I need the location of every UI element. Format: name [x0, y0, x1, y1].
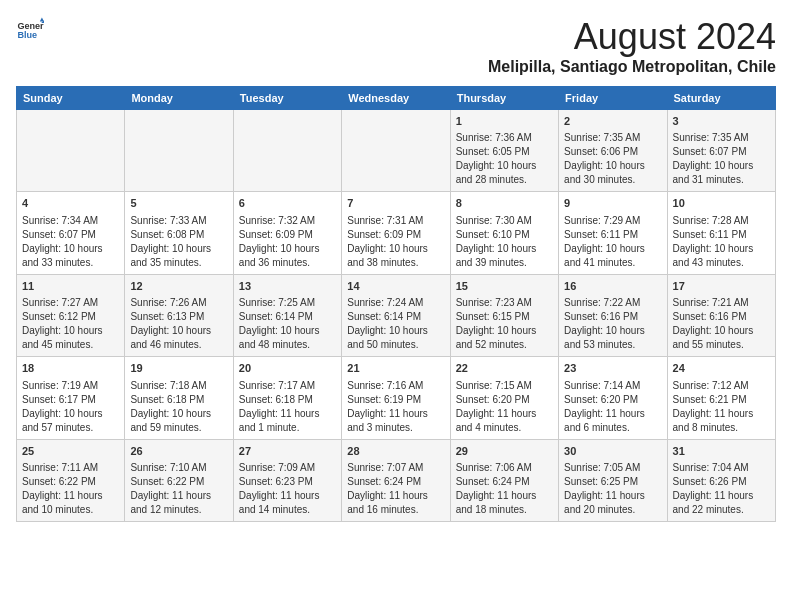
- calendar-week-row: 11Sunrise: 7:27 AM Sunset: 6:12 PM Dayli…: [17, 274, 776, 356]
- calendar-week-row: 18Sunrise: 7:19 AM Sunset: 6:17 PM Dayli…: [17, 357, 776, 439]
- calendar-body: 1Sunrise: 7:36 AM Sunset: 6:05 PM Daylig…: [17, 110, 776, 522]
- calendar-cell: 15Sunrise: 7:23 AM Sunset: 6:15 PM Dayli…: [450, 274, 558, 356]
- day-number: 4: [22, 196, 119, 211]
- day-number: 29: [456, 444, 553, 459]
- day-info: Sunrise: 7:36 AM Sunset: 6:05 PM Dayligh…: [456, 131, 553, 187]
- day-number: 11: [22, 279, 119, 294]
- day-info: Sunrise: 7:23 AM Sunset: 6:15 PM Dayligh…: [456, 296, 553, 352]
- calendar-cell: [342, 110, 450, 192]
- calendar-cell: 10Sunrise: 7:28 AM Sunset: 6:11 PM Dayli…: [667, 192, 775, 274]
- day-info: Sunrise: 7:21 AM Sunset: 6:16 PM Dayligh…: [673, 296, 770, 352]
- day-info: Sunrise: 7:14 AM Sunset: 6:20 PM Dayligh…: [564, 379, 661, 435]
- day-info: Sunrise: 7:28 AM Sunset: 6:11 PM Dayligh…: [673, 214, 770, 270]
- calendar-cell: [125, 110, 233, 192]
- day-number: 18: [22, 361, 119, 376]
- calendar-cell: 26Sunrise: 7:10 AM Sunset: 6:22 PM Dayli…: [125, 439, 233, 521]
- calendar-cell: 11Sunrise: 7:27 AM Sunset: 6:12 PM Dayli…: [17, 274, 125, 356]
- day-number: 24: [673, 361, 770, 376]
- day-number: 22: [456, 361, 553, 376]
- day-info: Sunrise: 7:33 AM Sunset: 6:08 PM Dayligh…: [130, 214, 227, 270]
- day-info: Sunrise: 7:19 AM Sunset: 6:17 PM Dayligh…: [22, 379, 119, 435]
- calendar-cell: 24Sunrise: 7:12 AM Sunset: 6:21 PM Dayli…: [667, 357, 775, 439]
- calendar-cell: 7Sunrise: 7:31 AM Sunset: 6:09 PM Daylig…: [342, 192, 450, 274]
- day-number: 2: [564, 114, 661, 129]
- day-info: Sunrise: 7:18 AM Sunset: 6:18 PM Dayligh…: [130, 379, 227, 435]
- day-info: Sunrise: 7:27 AM Sunset: 6:12 PM Dayligh…: [22, 296, 119, 352]
- day-number: 25: [22, 444, 119, 459]
- calendar-cell: 21Sunrise: 7:16 AM Sunset: 6:19 PM Dayli…: [342, 357, 450, 439]
- day-number: 19: [130, 361, 227, 376]
- calendar-table: SundayMondayTuesdayWednesdayThursdayFrid…: [16, 86, 776, 522]
- day-info: Sunrise: 7:10 AM Sunset: 6:22 PM Dayligh…: [130, 461, 227, 517]
- day-number: 30: [564, 444, 661, 459]
- day-number: 7: [347, 196, 444, 211]
- calendar-cell: 6Sunrise: 7:32 AM Sunset: 6:09 PM Daylig…: [233, 192, 341, 274]
- day-number: 15: [456, 279, 553, 294]
- day-info: Sunrise: 7:29 AM Sunset: 6:11 PM Dayligh…: [564, 214, 661, 270]
- day-info: Sunrise: 7:32 AM Sunset: 6:09 PM Dayligh…: [239, 214, 336, 270]
- calendar-cell: 22Sunrise: 7:15 AM Sunset: 6:20 PM Dayli…: [450, 357, 558, 439]
- day-info: Sunrise: 7:31 AM Sunset: 6:09 PM Dayligh…: [347, 214, 444, 270]
- calendar-week-row: 4Sunrise: 7:34 AM Sunset: 6:07 PM Daylig…: [17, 192, 776, 274]
- day-info: Sunrise: 7:16 AM Sunset: 6:19 PM Dayligh…: [347, 379, 444, 435]
- svg-text:General: General: [17, 21, 44, 31]
- calendar-cell: 9Sunrise: 7:29 AM Sunset: 6:11 PM Daylig…: [559, 192, 667, 274]
- subtitle: Melipilla, Santiago Metropolitan, Chile: [488, 58, 776, 76]
- day-number: 1: [456, 114, 553, 129]
- day-info: Sunrise: 7:24 AM Sunset: 6:14 PM Dayligh…: [347, 296, 444, 352]
- day-of-week-header: Tuesday: [233, 87, 341, 110]
- day-info: Sunrise: 7:25 AM Sunset: 6:14 PM Dayligh…: [239, 296, 336, 352]
- day-info: Sunrise: 7:06 AM Sunset: 6:24 PM Dayligh…: [456, 461, 553, 517]
- day-info: Sunrise: 7:26 AM Sunset: 6:13 PM Dayligh…: [130, 296, 227, 352]
- day-number: 9: [564, 196, 661, 211]
- day-info: Sunrise: 7:17 AM Sunset: 6:18 PM Dayligh…: [239, 379, 336, 435]
- day-of-week-header: Friday: [559, 87, 667, 110]
- day-number: 10: [673, 196, 770, 211]
- day-info: Sunrise: 7:35 AM Sunset: 6:07 PM Dayligh…: [673, 131, 770, 187]
- day-of-week-header: Saturday: [667, 87, 775, 110]
- calendar-cell: 29Sunrise: 7:06 AM Sunset: 6:24 PM Dayli…: [450, 439, 558, 521]
- day-number: 27: [239, 444, 336, 459]
- day-number: 13: [239, 279, 336, 294]
- day-info: Sunrise: 7:35 AM Sunset: 6:06 PM Dayligh…: [564, 131, 661, 187]
- day-number: 23: [564, 361, 661, 376]
- calendar-cell: 2Sunrise: 7:35 AM Sunset: 6:06 PM Daylig…: [559, 110, 667, 192]
- day-number: 20: [239, 361, 336, 376]
- title-section: August 2024 Melipilla, Santiago Metropol…: [488, 16, 776, 76]
- day-of-week-header: Sunday: [17, 87, 125, 110]
- page-header: General Blue August 2024 Melipilla, Sant…: [16, 16, 776, 76]
- day-number: 16: [564, 279, 661, 294]
- calendar-cell: 25Sunrise: 7:11 AM Sunset: 6:22 PM Dayli…: [17, 439, 125, 521]
- day-number: 8: [456, 196, 553, 211]
- calendar-header-row: SundayMondayTuesdayWednesdayThursdayFrid…: [17, 87, 776, 110]
- day-info: Sunrise: 7:30 AM Sunset: 6:10 PM Dayligh…: [456, 214, 553, 270]
- svg-text:Blue: Blue: [17, 30, 37, 40]
- calendar-cell: 18Sunrise: 7:19 AM Sunset: 6:17 PM Dayli…: [17, 357, 125, 439]
- calendar-cell: 8Sunrise: 7:30 AM Sunset: 6:10 PM Daylig…: [450, 192, 558, 274]
- calendar-week-row: 25Sunrise: 7:11 AM Sunset: 6:22 PM Dayli…: [17, 439, 776, 521]
- calendar-cell: 17Sunrise: 7:21 AM Sunset: 6:16 PM Dayli…: [667, 274, 775, 356]
- day-number: 31: [673, 444, 770, 459]
- calendar-cell: [17, 110, 125, 192]
- day-info: Sunrise: 7:11 AM Sunset: 6:22 PM Dayligh…: [22, 461, 119, 517]
- calendar-cell: 19Sunrise: 7:18 AM Sunset: 6:18 PM Dayli…: [125, 357, 233, 439]
- day-info: Sunrise: 7:07 AM Sunset: 6:24 PM Dayligh…: [347, 461, 444, 517]
- day-info: Sunrise: 7:34 AM Sunset: 6:07 PM Dayligh…: [22, 214, 119, 270]
- calendar-cell: 28Sunrise: 7:07 AM Sunset: 6:24 PM Dayli…: [342, 439, 450, 521]
- day-info: Sunrise: 7:09 AM Sunset: 6:23 PM Dayligh…: [239, 461, 336, 517]
- day-info: Sunrise: 7:04 AM Sunset: 6:26 PM Dayligh…: [673, 461, 770, 517]
- calendar-cell: 13Sunrise: 7:25 AM Sunset: 6:14 PM Dayli…: [233, 274, 341, 356]
- day-info: Sunrise: 7:05 AM Sunset: 6:25 PM Dayligh…: [564, 461, 661, 517]
- day-info: Sunrise: 7:12 AM Sunset: 6:21 PM Dayligh…: [673, 379, 770, 435]
- calendar-cell: 1Sunrise: 7:36 AM Sunset: 6:05 PM Daylig…: [450, 110, 558, 192]
- day-number: 26: [130, 444, 227, 459]
- day-of-week-header: Monday: [125, 87, 233, 110]
- calendar-cell: 31Sunrise: 7:04 AM Sunset: 6:26 PM Dayli…: [667, 439, 775, 521]
- day-of-week-header: Thursday: [450, 87, 558, 110]
- day-number: 28: [347, 444, 444, 459]
- day-number: 6: [239, 196, 336, 211]
- day-number: 17: [673, 279, 770, 294]
- logo: General Blue: [16, 16, 44, 44]
- day-number: 12: [130, 279, 227, 294]
- calendar-cell: 14Sunrise: 7:24 AM Sunset: 6:14 PM Dayli…: [342, 274, 450, 356]
